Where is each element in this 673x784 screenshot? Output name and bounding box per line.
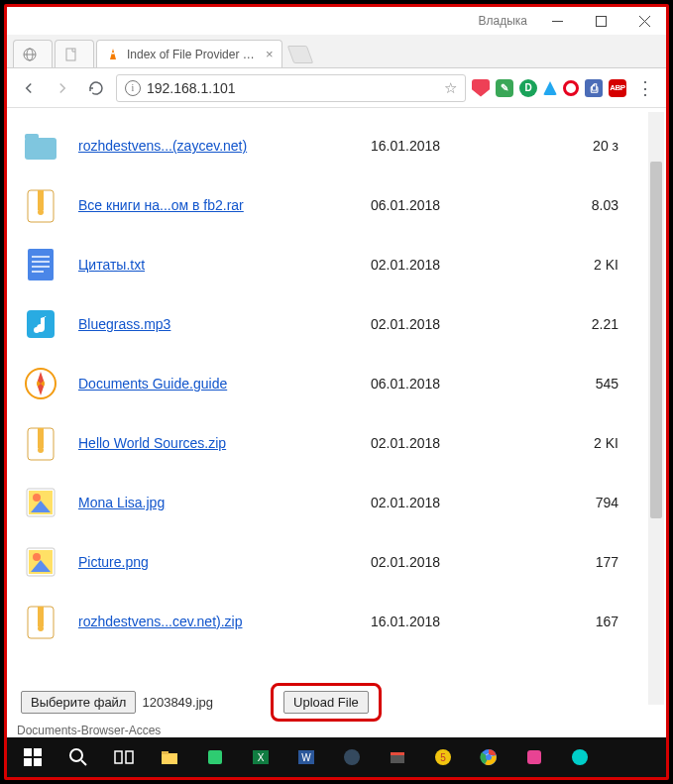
- file-list: rozhdestvens...(zaycev.net)16.01.201820 …: [7, 112, 648, 705]
- svg-rect-27: [38, 428, 44, 448]
- tab-active[interactable]: Index of File Provider St… ×: [96, 40, 282, 67]
- file-size: 2.21: [539, 316, 618, 332]
- scrollbar-thumb[interactable]: [650, 162, 662, 518]
- omnibox[interactable]: i 192.168.1.101 ☆: [116, 74, 466, 102]
- address-bar: i 192.168.1.101 ☆ ✎ D ⎙ ABP ⋮: [7, 68, 666, 108]
- new-tab-button[interactable]: [286, 46, 313, 63]
- svg-rect-41: [34, 748, 42, 756]
- file-image-icon: [21, 542, 60, 582]
- minimize-button[interactable]: [535, 7, 579, 35]
- upload-row: Выберите файл 1203849.jpg Upload File: [21, 683, 382, 722]
- file-link[interactable]: Все книги на...ом в fb2.rar: [78, 197, 371, 213]
- svg-point-64: [572, 749, 588, 765]
- svg-rect-49: [162, 751, 168, 754]
- svg-point-44: [70, 749, 82, 761]
- svg-rect-42: [24, 758, 32, 766]
- svg-rect-17: [32, 261, 50, 263]
- start-button[interactable]: [11, 737, 55, 777]
- svg-rect-63: [527, 750, 541, 764]
- file-size: 545: [539, 376, 618, 392]
- taskbar-excel-icon[interactable]: X: [239, 737, 282, 777]
- file-explorer-icon[interactable]: [148, 737, 191, 777]
- idm-ext-icon[interactable]: D: [519, 79, 537, 97]
- file-row: Mona Lisa.jpg02.01.2018794: [21, 473, 648, 532]
- choose-file-button[interactable]: Выберите файл: [21, 691, 136, 714]
- maximize-button[interactable]: [579, 7, 622, 35]
- taskbar-app-4[interactable]: 5: [421, 737, 465, 777]
- svg-point-21: [34, 327, 40, 333]
- task-view-icon[interactable]: [102, 737, 146, 777]
- site-info-icon[interactable]: i: [125, 80, 141, 96]
- chosen-file-label: 1203849.jpg: [142, 695, 213, 710]
- file-link[interactable]: Documents Guide.guide: [78, 376, 371, 392]
- taskbar-chrome-icon[interactable]: [467, 737, 510, 777]
- svg-rect-57: [391, 752, 404, 755]
- file-image-icon: [21, 483, 60, 522]
- bookmark-star-icon[interactable]: ☆: [444, 79, 457, 97]
- close-button[interactable]: [622, 7, 666, 35]
- svg-rect-18: [32, 266, 50, 268]
- page-icon: [63, 47, 79, 62]
- upload-file-button[interactable]: Upload File: [283, 691, 369, 714]
- search-icon[interactable]: [56, 737, 100, 777]
- file-link[interactable]: Hello World Sources.zip: [78, 435, 371, 451]
- file-link[interactable]: Mona Lisa.jpg: [78, 495, 371, 510]
- opera-ext-icon[interactable]: [563, 80, 579, 96]
- forward-button[interactable]: [49, 74, 76, 102]
- file-link[interactable]: rozhdestvens...(zaycev.net): [78, 138, 371, 154]
- tab-strip: Index of File Provider St… ×: [7, 35, 666, 68]
- svg-rect-40: [24, 748, 32, 756]
- vlc-icon: [105, 47, 121, 62]
- svg-text:5: 5: [440, 752, 446, 763]
- taskbar-app-6[interactable]: [558, 737, 602, 777]
- file-size: 8.03: [539, 197, 618, 213]
- file-row: Все книги на...ом в fb2.rar06.01.20188.0…: [21, 175, 648, 235]
- file-date: 02.01.2018: [371, 554, 539, 570]
- evernote-ext-icon[interactable]: ✎: [496, 79, 513, 97]
- file-link[interactable]: rozhdestvens...cev.net).zip: [78, 614, 371, 629]
- svg-rect-11: [25, 134, 39, 140]
- file-date: 06.01.2018: [371, 376, 539, 392]
- file-date: 02.01.2018: [371, 257, 539, 273]
- file-audio-icon: [21, 304, 60, 344]
- file-link[interactable]: Цитаты.txt: [78, 257, 371, 273]
- file-row: rozhdestvens...cev.net).zip16.01.2018167: [21, 592, 648, 651]
- svg-text:X: X: [258, 752, 265, 763]
- taskbar-app-1[interactable]: [193, 737, 237, 777]
- svg-rect-48: [162, 753, 177, 764]
- user-label: Владыка: [479, 14, 528, 28]
- pocket-icon[interactable]: [472, 79, 490, 97]
- url-text: 192.168.1.101: [147, 80, 236, 96]
- file-link[interactable]: Bluegrass.mp3: [78, 316, 371, 332]
- tab-blank-1[interactable]: [13, 40, 53, 67]
- file-date: 06.01.2018: [371, 197, 539, 213]
- taskbar-word-icon[interactable]: W: [284, 737, 328, 777]
- svg-rect-10: [25, 138, 56, 160]
- overflow-status-text: Documents-Browser-Acces: [15, 724, 163, 737]
- svg-point-31: [33, 494, 41, 502]
- vertical-scrollbar[interactable]: [648, 112, 664, 705]
- tab-blank-2[interactable]: [55, 40, 94, 67]
- taskbar-app-3[interactable]: [376, 737, 419, 777]
- file-link[interactable]: Picture.png: [78, 554, 371, 570]
- close-tab-icon[interactable]: ×: [266, 47, 274, 61]
- taskbar-app-5[interactable]: [512, 737, 556, 777]
- back-button[interactable]: [15, 74, 43, 102]
- file-size: 20 з: [539, 138, 618, 154]
- chrome-menu-icon[interactable]: ⋮: [632, 77, 658, 99]
- file-row: rozhdestvens...(zaycev.net)16.01.201820 …: [21, 116, 648, 175]
- adblock-ext-icon[interactable]: ABP: [609, 79, 626, 97]
- file-row: Picture.png02.01.2018177: [21, 532, 648, 592]
- droplet-ext-icon[interactable]: [543, 81, 557, 95]
- note-ext-icon[interactable]: ⎙: [585, 79, 603, 97]
- reload-button[interactable]: [82, 74, 110, 102]
- svg-rect-13: [38, 190, 44, 210]
- file-row: Bluegrass.mp302.01.20182.21: [21, 294, 648, 354]
- svg-rect-47: [126, 751, 133, 763]
- svg-point-55: [344, 749, 360, 765]
- svg-rect-16: [32, 256, 50, 258]
- file-archive-icon: [21, 602, 60, 641]
- file-date: 02.01.2018: [371, 316, 539, 332]
- taskbar-app-2[interactable]: [330, 737, 374, 777]
- svg-point-35: [33, 553, 41, 561]
